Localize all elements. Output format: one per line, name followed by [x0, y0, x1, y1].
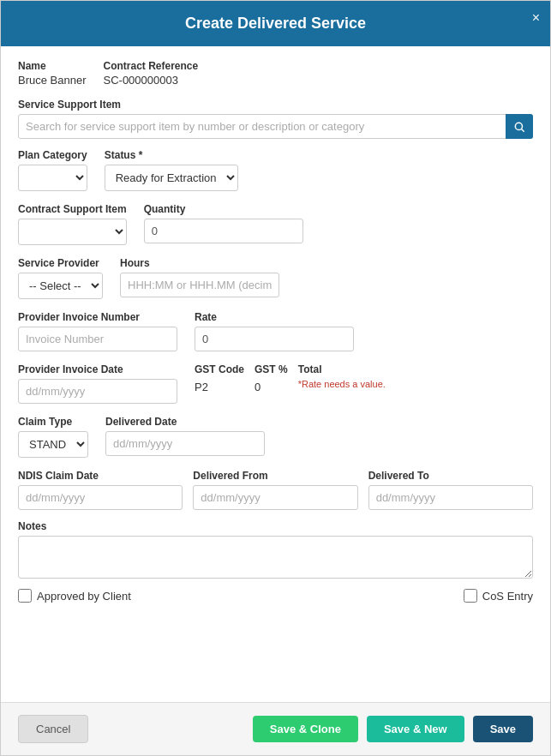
delivered-date-group: Delivered Date [105, 416, 265, 458]
contract-ref-section: Contract Reference SC-000000003 [104, 60, 199, 87]
gst-code-label: GST Code [195, 363, 244, 375]
search-icon [513, 121, 525, 133]
delivered-from-group: Delivered From [193, 470, 357, 510]
plan-category-select[interactable] [18, 165, 87, 191]
gst-percent-value: 0 [255, 377, 288, 393]
provider-invoice-number-label: Provider Invoice Number [18, 311, 177, 323]
modal-body: Name Bruce Banner Contract Reference SC-… [1, 46, 550, 702]
modal-footer: Cancel Save & Clone Save & New Save [1, 702, 550, 755]
modal-header: Create Delivered Service × [1, 1, 550, 46]
plan-status-row: Plan Category Status * Ready for Extract… [18, 149, 533, 191]
hours-label: Hours [120, 257, 279, 269]
hours-input[interactable] [120, 273, 279, 297]
quantity-input[interactable] [144, 219, 303, 243]
save-new-button[interactable]: Save & New [367, 716, 464, 742]
name-contract-row: Name Bruce Banner Contract Reference SC-… [18, 60, 533, 87]
rate-input[interactable] [195, 327, 354, 351]
total-error: *Rate needs a value. [298, 379, 386, 389]
contract-ref-label: Contract Reference [104, 60, 199, 72]
approved-by-client-label[interactable]: Approved by Client [18, 589, 131, 603]
provider-invoice-date-label: Provider Invoice Date [18, 363, 177, 375]
claim-delivered-row: Claim Type STAND CANC REPW TRAN Delivere… [18, 416, 533, 458]
service-support-item-label: Service Support Item [18, 99, 533, 111]
provider-invoice-number-input[interactable] [18, 327, 177, 351]
modal-title: Create Delivered Service [185, 15, 366, 32]
service-provider-group: Service Provider -- Select -- [18, 257, 103, 299]
total-col: Total *Rate needs a value. [298, 363, 386, 389]
contract-quantity-row: Contract Support Item Quantity [18, 203, 533, 245]
claim-type-group: Claim Type STAND CANC REPW TRAN [18, 416, 88, 458]
contract-ref-value: SC-000000003 [104, 74, 199, 87]
notes-label: Notes [18, 520, 533, 532]
rate-label: Rate [195, 311, 354, 323]
delivered-from-label: Delivered From [193, 470, 357, 482]
gst-code-value: P2 [195, 377, 244, 393]
service-support-item-search-wrapper [18, 114, 533, 139]
name-section: Name Bruce Banner [18, 60, 87, 87]
gst-total-row: GST Code P2 GST % 0 Total *Rate needs a … [195, 363, 386, 404]
save-buttons-group: Save & Clone Save & New Save [253, 716, 533, 742]
provider-invoice-date-group: Provider Invoice Date [18, 363, 177, 404]
provider-invoice-date-input[interactable] [18, 379, 177, 404]
quantity-label: Quantity [144, 203, 303, 215]
service-provider-wrapper: -- Select -- [18, 273, 103, 299]
cos-entry-label[interactable]: CoS Entry [464, 589, 533, 603]
contract-support-item-select[interactable] [18, 219, 127, 245]
close-button[interactable]: × [532, 11, 540, 25]
gst-percent-col: GST % 0 [255, 363, 288, 393]
create-delivered-service-modal: Create Delivered Service × Name Bruce Ba… [0, 0, 551, 756]
name-value: Bruce Banner [18, 74, 87, 87]
provider-invoice-number-group: Provider Invoice Number [18, 311, 177, 351]
approved-by-client-checkbox[interactable] [18, 589, 32, 603]
plan-category-group: Plan Category [18, 149, 87, 191]
delivered-date-label: Delivered Date [105, 416, 265, 428]
contract-support-item-label: Contract Support Item [18, 203, 127, 215]
invoice-rate-row: Provider Invoice Number Rate [18, 311, 533, 351]
gst-code-col: GST Code P2 [195, 363, 244, 393]
ndis-claim-date-input[interactable] [18, 485, 183, 510]
total-label: Total [298, 363, 386, 375]
status-label: Status * [105, 149, 238, 161]
invoice-date-gst-row: Provider Invoice Date GST Code P2 GST % … [18, 363, 533, 404]
approved-by-client-text: Approved by Client [37, 590, 131, 603]
ndis-claim-date-group: NDIS Claim Date [18, 470, 183, 510]
status-group: Status * Ready for Extraction Draft Appr… [105, 149, 238, 191]
contract-support-item-group: Contract Support Item [18, 203, 127, 245]
service-provider-label: Service Provider [18, 257, 103, 269]
service-support-item-group: Service Support Item [18, 99, 533, 139]
save-clone-button[interactable]: Save & Clone [253, 716, 358, 742]
claim-type-select[interactable]: STAND CANC REPW TRAN [18, 431, 88, 458]
claim-type-label: Claim Type [18, 416, 88, 428]
name-label: Name [18, 60, 87, 72]
provider-hours-row: Service Provider -- Select -- Hours [18, 257, 533, 299]
checkbox-row: Approved by Client CoS Entry [18, 589, 533, 603]
search-button[interactable] [506, 114, 533, 139]
notes-textarea[interactable] [18, 536, 533, 579]
gst-percent-label: GST % [255, 363, 288, 375]
ndis-claim-date-label: NDIS Claim Date [18, 470, 183, 482]
delivered-to-input[interactable] [368, 485, 533, 510]
delivered-date-input[interactable] [105, 431, 265, 456]
service-support-item-input[interactable] [18, 114, 533, 139]
service-provider-select[interactable]: -- Select -- [18, 273, 103, 299]
quantity-group: Quantity [144, 203, 303, 245]
cos-entry-text: CoS Entry [482, 590, 533, 603]
cancel-button[interactable]: Cancel [18, 715, 88, 743]
status-select[interactable]: Ready for Extraction Draft Approved Reje… [105, 165, 238, 191]
notes-group: Notes [18, 520, 533, 579]
cos-entry-checkbox[interactable] [464, 589, 477, 603]
save-button[interactable]: Save [473, 716, 533, 742]
hours-group: Hours [120, 257, 279, 299]
ndis-delivered-row: NDIS Claim Date Delivered From Delivered… [18, 470, 533, 510]
delivered-to-group: Delivered To [368, 470, 533, 510]
svg-line-1 [522, 129, 524, 131]
delivered-from-input[interactable] [193, 485, 357, 510]
delivered-to-label: Delivered To [368, 470, 533, 482]
plan-category-label: Plan Category [18, 149, 87, 161]
rate-group: Rate [195, 311, 354, 351]
